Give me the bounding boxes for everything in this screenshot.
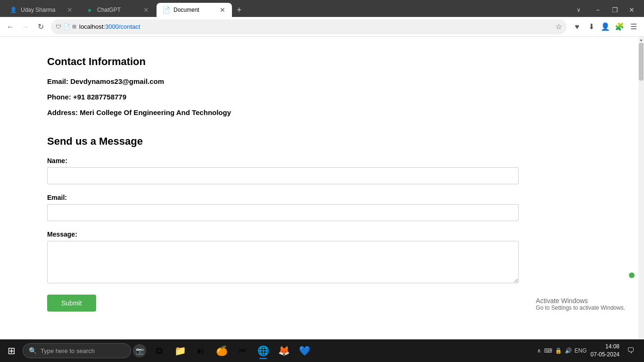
taskbar-files[interactable]: 📁 bbox=[171, 341, 190, 360]
menu-icon[interactable]: ☰ bbox=[627, 20, 640, 33]
extensions-icon[interactable]: 🧩 bbox=[613, 20, 626, 33]
clock-date: 07-05-2024 bbox=[591, 351, 619, 359]
tab-label-1: Uday Sharma bbox=[21, 7, 55, 13]
taskbar-scissor-app[interactable]: ✂ bbox=[233, 341, 252, 360]
new-tab-button[interactable]: + bbox=[233, 3, 246, 17]
message-textarea[interactable] bbox=[47, 241, 519, 283]
tab-favicon-3: 📄 bbox=[162, 6, 170, 14]
address-security-icons: 🛡 📄 ⊞ bbox=[56, 24, 76, 30]
address-label: Address: bbox=[47, 108, 80, 116]
email-form-label: Email: bbox=[47, 194, 519, 201]
tab-label-2: ChatGPT bbox=[97, 7, 121, 13]
tray-network-icon[interactable]: 🔒 bbox=[555, 347, 562, 354]
contact-info-title: Contact Information bbox=[47, 56, 519, 68]
tray-expand-icon[interactable]: ∧ bbox=[537, 347, 541, 354]
tab-close-1[interactable]: ✕ bbox=[66, 6, 74, 14]
scrollbar-thumb[interactable] bbox=[639, 43, 644, 81]
window-controls: − ❐ ✕ bbox=[589, 3, 640, 17]
taskbar-media[interactable]: ⏯ bbox=[191, 341, 210, 360]
submit-button[interactable]: Submit bbox=[47, 295, 96, 312]
contact-info-section: Contact Information Email: Devdynamos23@… bbox=[47, 56, 519, 116]
taskbar-camera-icon[interactable]: 📷 bbox=[133, 344, 146, 357]
email-input[interactable] bbox=[47, 204, 519, 221]
tab-close-2[interactable]: ✕ bbox=[142, 6, 150, 14]
minimize-button[interactable]: − bbox=[589, 3, 606, 17]
forward-button[interactable]: → bbox=[19, 20, 32, 33]
tab-favicon-1: 👤 bbox=[9, 6, 17, 14]
page-content: Contact Information Email: Devdynamos23@… bbox=[0, 37, 566, 330]
taskbar-firefox[interactable]: 🦊 bbox=[274, 341, 293, 360]
phone-label: Phone: bbox=[47, 93, 73, 101]
message-field-group: Message: bbox=[47, 230, 519, 285]
contact-email: Email: Devdynamos23@gmail.com bbox=[47, 77, 519, 85]
tab-bar: 👤 Uday Sharma ✕ ● ChatGPT ✕ 📄 Document ✕… bbox=[0, 0, 644, 17]
taskbar-search-icon: 🔍 bbox=[29, 347, 37, 354]
bookmark-icon[interactable]: ☆ bbox=[555, 22, 562, 31]
address-value: Meri College Of Engineering And Technolo… bbox=[80, 108, 231, 116]
taskbar-clock: 14:08 07-05-2024 bbox=[591, 343, 619, 359]
email-field-group: Email: bbox=[47, 194, 519, 221]
address-bar[interactable]: 🛡 📄 ⊞ localhost:3000/contact ☆ bbox=[51, 19, 567, 34]
tab-overflow[interactable]: ∨ bbox=[573, 3, 585, 17]
back-button[interactable]: ← bbox=[4, 20, 17, 33]
taskbar: ⊞ 🔍 Type here to search 📷 ⧉ 📁 ⏯ 🍊 ✂ 🌐 🦊 … bbox=[0, 339, 644, 362]
pocket-icon[interactable]: ♥ bbox=[570, 20, 584, 33]
tab-favicon-2: ● bbox=[86, 6, 93, 14]
close-button[interactable]: ✕ bbox=[623, 3, 640, 17]
shield-icon: 🛡 bbox=[56, 24, 61, 30]
downloads-icon[interactable]: ⬇ bbox=[585, 20, 598, 33]
message-label: Message: bbox=[47, 230, 519, 238]
name-input[interactable] bbox=[47, 167, 519, 184]
taskbar-search-bar[interactable]: 🔍 Type here to search bbox=[23, 343, 131, 358]
reload-button[interactable]: ↻ bbox=[34, 20, 47, 33]
url-display[interactable]: localhost:3000/contact bbox=[79, 23, 551, 30]
notification-button[interactable]: 🗨 bbox=[623, 343, 638, 358]
green-status-dot bbox=[629, 272, 635, 278]
form-title: Send us a Message bbox=[47, 135, 519, 148]
maximize-button[interactable]: ❐ bbox=[606, 3, 623, 17]
taskbar-apps: ⧉ 📁 ⏯ 🍊 ✂ 🌐 🦊 💙 bbox=[150, 341, 314, 360]
tray-volume-icon[interactable]: 🔊 bbox=[565, 347, 572, 354]
taskbar-chrome[interactable]: 🌐 bbox=[254, 341, 272, 360]
page-icon: 📄 bbox=[63, 24, 70, 30]
tray-keyboard-icon[interactable]: ⌨ bbox=[544, 347, 552, 354]
tab-document[interactable]: 📄 Document ✕ bbox=[157, 3, 232, 17]
contact-phone: Phone: +91 8287758779 bbox=[47, 93, 519, 101]
tab-uday-sharma[interactable]: 👤 Uday Sharma ✕ bbox=[4, 3, 79, 17]
reading-mode-icon: ⊞ bbox=[72, 24, 76, 30]
name-field-group: Name: bbox=[47, 157, 519, 184]
email-label: Email: bbox=[47, 77, 70, 85]
taskbar-search-placeholder: Type here to search bbox=[41, 347, 95, 354]
contact-address: Address: Meri College Of Engineering And… bbox=[47, 108, 519, 116]
taskbar-orange-app[interactable]: 🍊 bbox=[212, 341, 231, 360]
nav-bar: ← → ↻ 🛡 📄 ⊞ localhost:3000/contact ☆ ♥ ⬇… bbox=[0, 17, 644, 37]
tab-label-3: Document bbox=[173, 7, 199, 13]
browser-window: 👤 Uday Sharma ✕ ● ChatGPT ✕ 📄 Document ✕… bbox=[0, 0, 644, 362]
tab-close-3[interactable]: ✕ bbox=[219, 6, 226, 14]
tab-chatgpt[interactable]: ● ChatGPT ✕ bbox=[80, 3, 156, 17]
taskbar-vscode[interactable]: 💙 bbox=[295, 341, 314, 360]
system-tray: ∧ ⌨ 🔒 🔊 ENG bbox=[537, 347, 587, 354]
contact-form-section: Send us a Message Name: Email: Message: … bbox=[47, 135, 519, 312]
name-label: Name: bbox=[47, 157, 519, 165]
email-value: Devdynamos23@gmail.com bbox=[70, 77, 164, 85]
taskbar-right: ∧ ⌨ 🔒 🔊 ENG 14:08 07-05-2024 🗨 bbox=[537, 343, 644, 359]
tray-language: ENG bbox=[575, 347, 587, 354]
start-button[interactable]: ⊞ bbox=[0, 339, 23, 362]
page-area: ▲ Activate Windows Go to Settings to act… bbox=[0, 37, 644, 339]
account-icon[interactable]: 👤 bbox=[599, 20, 612, 33]
taskbar-taskview[interactable]: ⧉ bbox=[150, 341, 169, 360]
scrollbar[interactable]: ▲ bbox=[638, 37, 644, 339]
phone-value: +91 8287758779 bbox=[73, 93, 126, 101]
clock-time: 14:08 bbox=[591, 343, 619, 351]
scroll-up-arrow[interactable]: ▲ bbox=[638, 37, 644, 42]
nav-right-icons: ♥ ⬇ 👤 🧩 ☰ bbox=[570, 20, 640, 33]
